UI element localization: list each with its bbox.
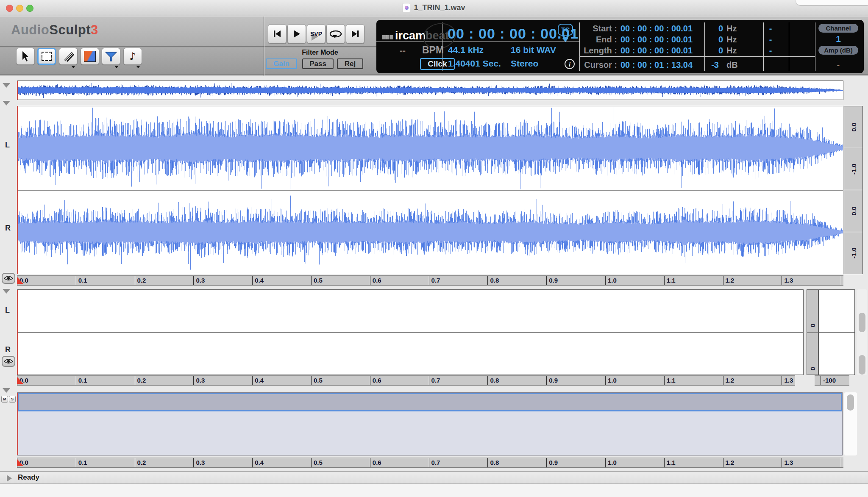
- left-channel-waveform: [17, 106, 843, 190]
- cursor-value: 00 : 00 : 01 : 13.04: [620, 60, 693, 70]
- waveform-disclosure-triangle[interactable]: [3, 101, 10, 106]
- status-disclosure-icon[interactable]: [7, 475, 12, 482]
- filter-mode-gain-button[interactable]: Gain: [266, 58, 297, 69]
- loop-button[interactable]: [326, 24, 345, 44]
- playhead-cursor-line: [17, 290, 18, 375]
- track-disclosure-triangle[interactable]: [3, 388, 10, 393]
- amp-scale-cell: -1.0: [844, 148, 862, 190]
- channel-mode-value: Stereo: [511, 58, 538, 69]
- left-channel-label: L: [5, 141, 10, 150]
- ruler-tick: 0.2: [135, 276, 146, 285]
- ruler-tick: 0.4: [252, 458, 264, 467]
- play-button[interactable]: [287, 24, 306, 44]
- mute-button[interactable]: M: [1, 396, 8, 403]
- ruler-tick: 1.0: [605, 276, 617, 285]
- ruler-tick: 0.3: [193, 376, 205, 385]
- scrollbar-thumb[interactable]: [859, 355, 865, 375]
- toolbar-divider-h: [0, 46, 376, 47]
- filter-mode-rej-button[interactable]: Rej: [337, 58, 363, 69]
- filter-tool-menu-arrow-icon[interactable]: [114, 66, 119, 68]
- arrow-tool-button[interactable]: [16, 48, 35, 65]
- overview-disclosure-triangle[interactable]: [3, 83, 10, 88]
- eye-icon: [4, 275, 13, 281]
- ruler-tick: 1.2: [723, 458, 734, 467]
- channel-divider: [17, 332, 803, 333]
- pencil-icon: [62, 50, 74, 62]
- ircambeat-pixels-icon: [382, 35, 393, 39]
- cursor-label: Cursor :: [541, 60, 617, 70]
- samplerate-value: 44.1 kHz: [448, 45, 484, 55]
- filter-mode-pass-button[interactable]: Pass: [302, 58, 334, 69]
- gradient-zone-icon: [84, 51, 96, 62]
- solo-button[interactable]: S: [9, 396, 16, 403]
- sono-scale-strip: 0 0: [807, 289, 818, 375]
- time-ruler-track[interactable]: 0.00.10.20.30.40.50.60.70.80.91.01.11.21…: [17, 458, 843, 468]
- ruler-tick: 0.4: [252, 276, 264, 285]
- channel-divider: [807, 332, 818, 333]
- right-channel-waveform: [17, 191, 843, 274]
- bpm-value: --: [400, 45, 406, 56]
- ruler-tick: 0.7: [429, 376, 440, 385]
- ruler-tick: 0.3: [193, 276, 205, 285]
- go-to-end-button[interactable]: [346, 24, 364, 44]
- note-tool-menu-arrow-icon[interactable]: [136, 66, 140, 68]
- amp-db-pill: Amp (dB): [818, 46, 858, 55]
- length-value: 00 : 00 : 00 : 00.01: [620, 46, 693, 56]
- ruler-tick: 0.8: [487, 376, 499, 385]
- sono-scrollbar[interactable]: [857, 289, 867, 375]
- ruler-tick: 0.9: [546, 458, 558, 467]
- playhead-cursor-line: [17, 393, 18, 455]
- sonogram-visibility-eye-button[interactable]: [2, 356, 15, 367]
- app-logo: AudioSculpt3: [11, 22, 98, 38]
- window-title: 1_TRIN_1.wav: [0, 3, 868, 12]
- sonogram-panel[interactable]: [17, 289, 804, 375]
- ruler-tick: 0.6: [370, 458, 381, 467]
- end-extra: -: [766, 35, 775, 44]
- audiosculpt-window: 1_TRIN_1.wav AudioSculpt3: [0, 0, 868, 497]
- overview-waveform-panel[interactable]: [17, 81, 843, 100]
- ruler-tick: 0.1: [76, 276, 87, 285]
- segment-track-header[interactable]: [17, 393, 842, 411]
- ruler-end-tick: [841, 276, 843, 285]
- sonogram-disclosure-triangle[interactable]: [3, 289, 10, 294]
- sono-left-channel-label: L: [5, 306, 10, 315]
- window-title-text: 1_TRIN_1.wav: [414, 3, 465, 12]
- ruler-tick: 0.9: [546, 276, 558, 285]
- time-ruler-sonogram[interactable]: 0.00.10.20.30.40.50.60.70.80.91.01.11.21…: [17, 375, 795, 386]
- channel-pill: Channel: [818, 24, 858, 33]
- go-to-start-button[interactable]: [268, 24, 287, 44]
- segment-scrollbar[interactable]: [844, 392, 857, 455]
- playhead-cursor-line: [17, 81, 18, 100]
- amp-scale-cell: 0.0: [844, 106, 862, 148]
- main-waveform-panel[interactable]: [17, 106, 843, 274]
- marquee-selection-icon: [42, 52, 52, 61]
- document-icon: [403, 3, 410, 12]
- length-freq: 0: [706, 46, 723, 56]
- channel-number: 1: [818, 34, 858, 44]
- status-bar: Ready: [0, 471, 868, 484]
- channel-divider: [17, 190, 843, 191]
- scrollbar-thumb[interactable]: [847, 394, 854, 411]
- pencil-tool-button[interactable]: [59, 48, 78, 65]
- time-ruler-main[interactable]: 0.00.10.20.30.40.50.60.70.80.91.01.11.21…: [17, 275, 843, 286]
- scrollbar-thumb[interactable]: [859, 313, 865, 332]
- svp-play-button[interactable]: SVP: [307, 24, 326, 44]
- segment-track-panel[interactable]: [17, 392, 843, 455]
- channel-divider: [819, 332, 854, 333]
- selection-tool-button[interactable]: [37, 48, 56, 65]
- end-freq: 0: [706, 35, 723, 44]
- filter-tool-button[interactable]: [102, 48, 120, 65]
- loop-icon: [328, 29, 343, 39]
- waveform-visibility-eye-button[interactable]: [2, 273, 15, 284]
- zone-tool-button[interactable]: [81, 48, 99, 65]
- cursor-level: -3: [702, 60, 719, 70]
- amplitude-scale: 0.0 -1.0 0.0 -1.0: [844, 106, 863, 274]
- pencil-tool-menu-arrow-icon[interactable]: [71, 66, 75, 68]
- arrow-cursor-icon: [21, 51, 30, 62]
- ruler-tick: 0.3: [193, 458, 205, 467]
- db-scale-value: -100: [821, 376, 836, 385]
- sono-amp-panel: [818, 289, 855, 375]
- ruler-tick: 1.1: [664, 376, 676, 385]
- start-extra: -: [766, 24, 775, 33]
- note-tool-button[interactable]: ♪: [123, 48, 142, 65]
